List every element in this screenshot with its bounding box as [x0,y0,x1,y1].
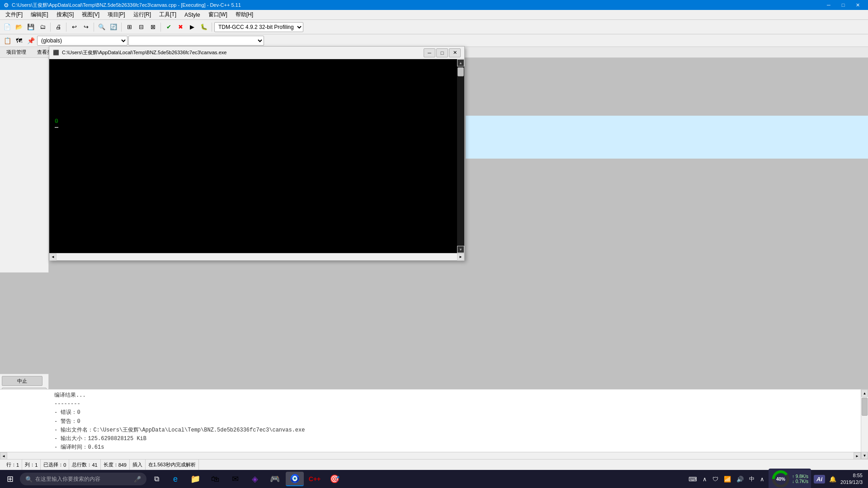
globals-selector[interactable]: (globals) [37,36,127,46]
mic-icon: 🎤 [134,476,141,483]
maximize-button[interactable]: □ [836,1,850,9]
open-button[interactable]: 📂 [14,22,24,33]
taskbar-app-vs[interactable]: ◈ [246,472,264,486]
taskbar-search[interactable]: 🔍 在这里输入你要搜索的内容 🎤 [20,473,146,485]
compile-button[interactable]: ✔ [163,22,174,33]
console-scroll-down[interactable]: ▼ [457,246,464,253]
menu-run[interactable]: 运行[R] [130,10,155,19]
volume-icon[interactable]: 🔊 [735,475,745,483]
col-value: 1 [35,462,38,468]
console-scrollbar-h[interactable]: ◄ ► [49,253,464,260]
menu-file[interactable]: 文件[F] [2,10,26,19]
taskbar-app-devcpp[interactable]: C++ [306,472,324,486]
status-col: 列： 1 [22,460,41,470]
console-output: 0 [55,118,58,125]
taskbar-app-mail[interactable]: ✉ [226,472,244,486]
function-selector[interactable] [128,36,264,46]
toggle-button2[interactable]: ⊟ [136,22,146,33]
app-icon: ⚙ [4,2,9,9]
console-minimize-button[interactable]: ─ [424,48,435,57]
compiler-scroll-down[interactable]: ▼ [861,452,868,459]
title-bar: ⚙ C:\Users\王俊辉\AppData\Local\Temp\BNZ.5d… [0,0,868,10]
menu-astyle[interactable]: AStyle [181,11,204,19]
taskbar-right: ⌨ ∧ 🛡 📶 🔊 中 ∧ 40% ↑ 9.8K/s ↓ 0.7K/s Ai [687,469,866,488]
toolbar2-btn1[interactable]: 📋 [2,35,13,46]
security-icon[interactable]: 🛡 [711,475,720,483]
compiler-scroll-up[interactable]: ▲ [861,389,868,397]
save-button[interactable]: 💾 [25,22,36,33]
compiler-hscroll-right[interactable]: ► [854,452,861,459]
speed-display: ↑ 9.8K/s ↓ 0.7K/s [792,474,808,484]
toolbar2-btn2[interactable]: 🗺 [14,35,24,46]
taskbar-app-explorer[interactable]: 📁 [186,472,204,486]
console-close-button[interactable]: ✕ [449,48,461,57]
upload-speed: ↑ 9.8K/s [792,474,808,479]
toggle-button3[interactable]: ⊠ [147,22,158,33]
console-scroll-thumb[interactable] [458,67,464,76]
undo-button[interactable]: ↩ [69,22,80,33]
col-label: 列： [25,461,35,468]
menu-tools[interactable]: 工具[T] [156,10,180,19]
task-view-button[interactable]: ⧉ [148,472,165,486]
stop-compile-button[interactable]: ✖ [175,22,186,33]
taskbar-app-game[interactable]: 🎮 [266,472,284,486]
menu-search[interactable]: 搜索[S] [53,10,78,19]
taskbar-app-browser[interactable]: 🧿 [286,472,304,486]
console-hscroll-left[interactable]: ◄ [49,253,57,261]
chevron-icon[interactable]: ∧ [701,475,708,483]
console-hscroll-right[interactable]: ► [457,253,464,261]
console-body: 0 ▲ ▼ [49,59,464,253]
taskbar-app-edge[interactable]: e [166,472,184,486]
console-title-left: ⬛ C:\Users\王俊辉\AppData\Local\Temp\BNZ.5d… [53,49,226,56]
separator6 [212,23,212,32]
ai-label[interactable]: Ai [814,475,825,483]
compiler-selector[interactable]: TDM-GCC 4.9.2 32-bit Profiling [214,22,303,32]
taskbar-app-misc[interactable]: 🎯 [326,472,344,486]
save-all-button[interactable]: 🗂 [37,22,48,33]
menu-help[interactable]: 帮助[H] [232,10,257,19]
menu-view[interactable]: 视图[V] [78,10,103,19]
window-title: C:\Users\王俊辉\AppData\Local\Temp\BNZ.5de5… [12,2,241,9]
compiler-output-line5: - 输出文件名：C:\Users\王俊辉\AppData\Local\Temp\… [54,426,864,435]
console-scrollbar-v[interactable]: ▲ ▼ [457,59,464,253]
network-icon[interactable]: 📶 [722,475,732,483]
compiler-output-line2: -------- [54,400,864,408]
compiler-scrollbar-v[interactable]: ▲ ▼ [861,389,868,459]
left-panel [0,58,49,272]
ime-icon[interactable]: 中 [748,474,756,484]
debug-button[interactable]: 🐛 [198,22,209,33]
stop-compilation-button[interactable]: 中止 [2,376,42,386]
selected-label: 已选择： [43,461,63,468]
run-button[interactable]: ▶ [187,22,198,33]
find-button[interactable]: 🔍 [96,22,107,33]
new-file-button[interactable]: 📄 [2,22,13,33]
replace-button[interactable]: 🔄 [108,22,119,33]
print-button[interactable]: 🖨 [53,22,64,33]
compiler-output-line4: - 警告：0 [54,418,864,426]
notification-icon[interactable]: 🔔 [828,475,838,483]
compiler-scrollbar-h[interactable]: ◄ ► [0,452,861,459]
start-button[interactable]: ⊞ [2,472,18,486]
console-maximize-button[interactable]: □ [436,48,448,57]
tab-project-manager[interactable]: 项目管理 [2,48,31,56]
toolbar2: 📋 🗺 📌 (globals) [0,34,868,47]
menu-project[interactable]: 项目[P] [104,10,129,19]
compiler-scroll-thumb[interactable] [862,398,868,416]
close-button[interactable]: ✕ [851,1,864,9]
redo-button[interactable]: ↪ [80,22,91,33]
row-value: 1 [16,462,19,468]
expand-icon[interactable]: ∧ [759,475,766,483]
separator4 [121,23,122,32]
minimize-button[interactable]: ─ [822,1,835,9]
status-total: 总行数： 41 [69,460,100,470]
menu-edit[interactable]: 编辑[E] [27,10,52,19]
console-scroll-up[interactable]: ▲ [457,59,464,66]
taskbar-app-store[interactable]: 🛍 [206,472,224,486]
toggle-button1[interactable]: ⊞ [124,22,135,33]
compiler-hscroll-left[interactable]: ◄ [0,452,7,459]
toolbar2-btn3[interactable]: 📌 [25,35,36,46]
keyboard-icon[interactable]: ⌨ [687,475,698,483]
performance-widget: 40% ↑ 9.8K/s ↓ 0.7K/s [769,469,811,488]
menu-window[interactable]: 窗口[W] [205,10,231,19]
console-cursor [55,127,58,128]
